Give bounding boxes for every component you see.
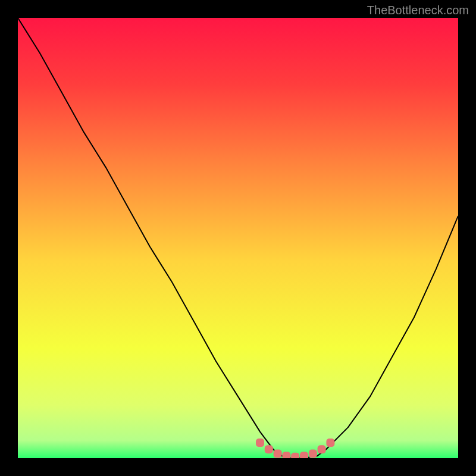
marker-point — [309, 450, 317, 458]
marker-point — [318, 445, 326, 453]
marker-point — [256, 439, 264, 447]
gradient-background — [18, 18, 458, 458]
marker-point — [282, 452, 290, 458]
watermark-text: TheBottleneck.com — [367, 4, 469, 17]
marker-point — [291, 453, 299, 458]
chart-container — [18, 18, 458, 458]
chart-svg — [18, 18, 458, 458]
marker-point — [265, 445, 273, 453]
marker-point — [326, 439, 334, 447]
marker-point — [274, 450, 282, 458]
marker-point — [300, 452, 308, 458]
